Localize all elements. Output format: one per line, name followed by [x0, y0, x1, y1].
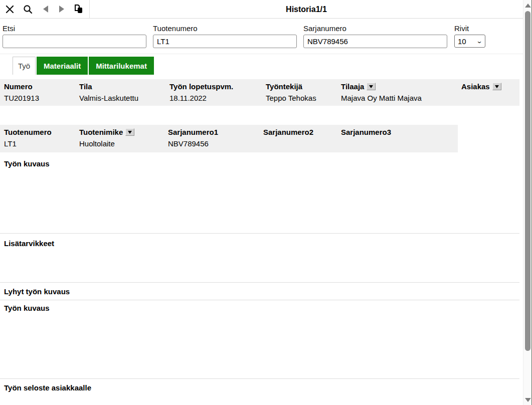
- scroll-down-button[interactable]: [523, 395, 532, 404]
- tab-label: Mittarilukemat: [96, 62, 147, 70]
- rivit-selected-value: 10: [458, 37, 466, 46]
- scroll-up-button[interactable]: [523, 1, 532, 10]
- tab-label: Työ: [18, 62, 30, 70]
- divider: [0, 300, 519, 300]
- divider: [0, 282, 519, 283]
- rivit-label: Rivit: [454, 24, 469, 33]
- tilaaja-dropdown-button[interactable]: [367, 83, 376, 90]
- column-header-tila: Tila: [79, 82, 92, 91]
- column-header-sarjanumero2: Sarjanumero2: [263, 128, 313, 136]
- tab-materiaalit[interactable]: Materiaalit: [37, 57, 88, 75]
- app-window: Historia1/1 Etsi Tuotenumero Sarjanumero…: [0, 0, 532, 405]
- column-header-tuotenumero: Tuotenumero: [4, 128, 52, 136]
- column-header-lopetuspvm: Työn lopetuspvm.: [169, 82, 233, 91]
- asiakas-dropdown-button[interactable]: [492, 83, 501, 90]
- tab-tyo[interactable]: Työ: [13, 57, 36, 75]
- sarjanumero-input[interactable]: [303, 35, 447, 48]
- copy-icon: [74, 4, 84, 14]
- cell-lopetuspvm: 18.11.2022: [169, 94, 207, 102]
- column-header-tuotenimike: Tuotenimike: [79, 128, 134, 136]
- chevron-right-icon: [59, 6, 64, 13]
- product-row[interactable]: Tuotenumero Tuotenimike Sarjanumero1 Sar…: [0, 125, 458, 152]
- cell-numero: TU201913: [4, 94, 39, 102]
- dropdown-arrow-icon: [369, 85, 373, 88]
- tab-label: Materiaalit: [44, 62, 81, 70]
- scroll-down-icon: [525, 398, 531, 402]
- previous-button[interactable]: [38, 2, 53, 16]
- vertical-scrollbar[interactable]: [523, 0, 531, 405]
- page-title: Historia1/1: [89, 0, 523, 19]
- rivit-select[interactable]: 10 ⌄: [454, 35, 485, 48]
- cell-tila: Valmis-Laskutettu: [79, 94, 138, 102]
- etsi-input[interactable]: [3, 35, 146, 48]
- etsi-label: Etsi: [3, 24, 15, 33]
- tuotenumero-label: Tuotenumero: [153, 24, 198, 33]
- copy-button[interactable]: [71, 2, 86, 16]
- cell-tilaaja: Majava Oy Matti Majava: [341, 94, 422, 102]
- tab-bar: Työ Materiaalit Mittarilukemat: [13, 57, 154, 75]
- search-button[interactable]: [20, 2, 35, 16]
- dropdown-arrow-icon: [495, 85, 499, 88]
- chevron-down-icon: ⌄: [476, 38, 482, 45]
- divider: [0, 378, 519, 379]
- column-header-tyontekija: Työntekijä: [266, 82, 302, 91]
- filter-bar: Etsi Tuotenumero Sarjanumero Rivit 10 ⌄: [0, 19, 523, 54]
- cell-tuotenumero: LT1: [4, 139, 17, 148]
- scroll-up-icon: [525, 4, 531, 8]
- close-button[interactable]: [2, 2, 17, 16]
- tuotenimike-dropdown-button[interactable]: [125, 128, 134, 136]
- cell-sarjanumero1: NBV789456: [168, 139, 209, 148]
- tuotenumero-input[interactable]: [153, 35, 297, 48]
- tab-mittarilukemat[interactable]: Mittarilukemat: [89, 57, 154, 75]
- section-lyhyt-tyon-kuvaus: Lyhyt työn kuvaus: [4, 287, 70, 296]
- section-tyon-kuvaus-2: Työn kuvaus: [4, 304, 50, 312]
- divider: [0, 233, 519, 234]
- section-tyon-seloste: Työn seloste asiakkaalle: [4, 383, 91, 392]
- section-tyon-kuvaus-1: Työn kuvaus: [4, 159, 50, 168]
- column-header-tilaaja: Tilaaja: [341, 82, 376, 91]
- sarjanumero-label: Sarjanumero: [303, 24, 346, 33]
- column-header-numero: Numero: [4, 82, 33, 91]
- work-summary-row[interactable]: Numero Tila Työn lopetuspvm. Työntekijä …: [0, 79, 519, 106]
- scrollbar-thumb[interactable]: [525, 11, 530, 351]
- column-header-sarjanumero3: Sarjanumero3: [341, 128, 391, 136]
- column-header-asiakas: Asiakas: [461, 82, 501, 91]
- cell-tuotenimike: Huoltolaite: [79, 139, 115, 148]
- dropdown-arrow-icon: [128, 131, 132, 134]
- next-button[interactable]: [54, 2, 69, 16]
- search-icon: [23, 5, 33, 14]
- column-header-sarjanumero1: Sarjanumero1: [168, 128, 218, 136]
- cell-tyontekija: Teppo Tehokas: [266, 94, 316, 102]
- toolbar: Historia1/1: [0, 0, 523, 19]
- close-icon: [6, 5, 14, 14]
- section-lisatarvikkeet: Lisätarvikkeet: [4, 239, 54, 248]
- chevron-left-icon: [43, 6, 48, 13]
